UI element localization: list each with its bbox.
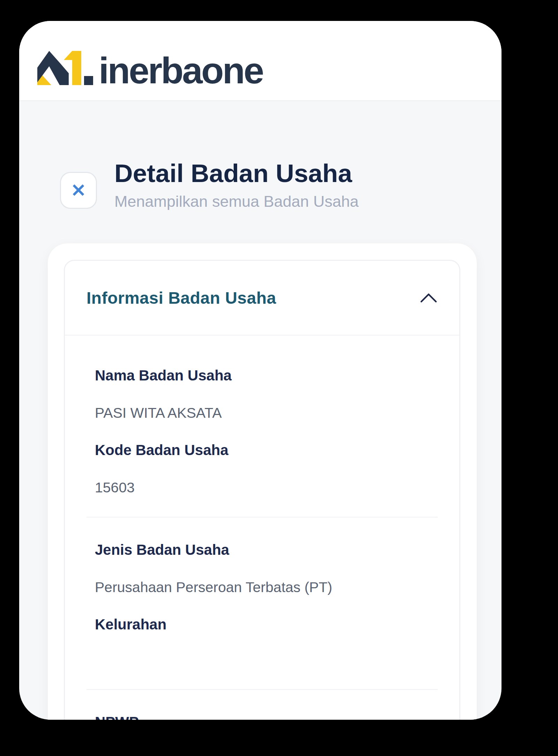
- detail-card: Informasi Badan Usaha Nama Badan Usaha P…: [48, 243, 477, 720]
- field-label: Jenis Badan Usaha: [95, 542, 438, 558]
- field-label: NPWP: [95, 714, 438, 720]
- page-title: Detail Badan Usaha: [114, 159, 359, 188]
- brand-mark-m1-icon: [36, 46, 95, 86]
- app-window: inerbaone ✕ Detail Badan Usaha Menampilk…: [19, 21, 502, 720]
- field-label: Kelurahan: [95, 617, 438, 633]
- page-title-block: Detail Badan Usaha Menampilkan semua Bad…: [114, 159, 359, 211]
- chevron-up-icon[interactable]: [420, 292, 438, 303]
- field-label: Nama Badan Usaha: [95, 368, 438, 384]
- field-kode-badan-usaha: Kode Badan Usaha 15603: [86, 442, 438, 496]
- brand-logo-text: inerbaone: [99, 55, 263, 86]
- app-header: inerbaone: [19, 21, 502, 101]
- page-subtitle: Menampilkan semua Badan Usaha: [114, 192, 359, 211]
- field-jenis-badan-usaha: Jenis Badan Usaha Perusahaan Perseroan T…: [86, 542, 438, 595]
- field-kelurahan: Kelurahan: [86, 617, 438, 668]
- field-divider: [86, 517, 438, 517]
- field-label: Kode Badan Usaha: [95, 442, 438, 458]
- section-content: Nama Badan Usaha PASI WITA AKSATA Kode B…: [65, 335, 459, 720]
- brand-logo: inerbaone: [36, 46, 263, 86]
- field-npwp: NPWP: [86, 714, 438, 720]
- close-button[interactable]: ✕: [60, 172, 97, 209]
- field-divider: [86, 689, 438, 690]
- informasi-card: Informasi Badan Usaha Nama Badan Usaha P…: [64, 260, 460, 720]
- field-value: [95, 654, 438, 668]
- section-header-informasi-badan-usaha[interactable]: Informasi Badan Usaha: [65, 261, 459, 335]
- field-value: PASI WITA AKSATA: [95, 405, 438, 421]
- field-value: Perusahaan Perseroan Terbatas (PT): [95, 579, 438, 595]
- section-title: Informasi Badan Usaha: [86, 288, 276, 308]
- field-value: 15603: [95, 479, 438, 496]
- field-nama-badan-usaha: Nama Badan Usaha PASI WITA AKSATA: [86, 368, 438, 421]
- close-icon: ✕: [71, 181, 86, 199]
